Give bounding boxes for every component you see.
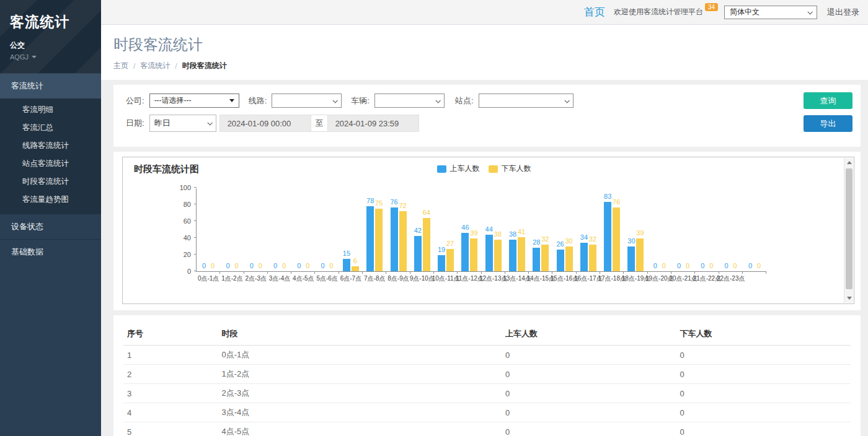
x-axis-tick-mark	[600, 271, 600, 274]
chart-legend: 上车人数下车人数	[123, 164, 845, 174]
scroll-down-arrow-icon[interactable]	[844, 294, 854, 303]
boarding-bar[interactable]	[438, 255, 445, 271]
table-column-header: 序号	[123, 323, 218, 346]
logout-link[interactable]: 退出登录	[827, 7, 859, 18]
chevron-down-icon	[807, 9, 812, 14]
date-preset-value: 昨日	[154, 118, 170, 129]
table-cell: 0	[676, 403, 851, 422]
alighting-bar[interactable]	[375, 209, 383, 271]
boarding-bar[interactable]	[533, 248, 540, 271]
y-axis-tick-mark	[194, 254, 197, 255]
chart-bars: 000点-1点001点-2点002点-3点003点-4点004点-5点005点-…	[197, 188, 766, 271]
x-axis-tick-mark	[219, 271, 220, 274]
bar-wrapper: 76	[613, 207, 620, 271]
bar-pair: 7875	[366, 206, 383, 271]
y-axis-tick-label: 20	[184, 251, 191, 258]
alighting-bar[interactable]	[541, 245, 549, 271]
bar-value-label: 46	[461, 224, 469, 231]
y-axis-tick-label: 100	[180, 184, 191, 191]
boarding-bar[interactable]	[627, 246, 635, 272]
boarding-bar[interactable]	[509, 240, 516, 271]
alighting-bar[interactable]	[352, 266, 359, 271]
scrollbar-thumb[interactable]	[846, 168, 852, 289]
boarding-bar[interactable]	[391, 207, 398, 271]
vehicle-select[interactable]	[374, 94, 445, 108]
sidebar-menu-item[interactable]: 设备状态	[0, 214, 101, 239]
sidebar-menu-item[interactable]: 基础数据	[0, 239, 101, 264]
alighting-bar[interactable]	[589, 245, 596, 271]
table-cell: 0	[502, 384, 676, 403]
user-menu[interactable]: AQGJ	[10, 53, 101, 61]
chevron-down-icon	[333, 98, 338, 103]
breadcrumb-home[interactable]: 主页	[113, 61, 128, 71]
sidebar-submenu-item[interactable]: 客流汇总	[0, 119, 101, 137]
alighting-bar[interactable]	[470, 238, 477, 271]
alighting-bar[interactable]	[399, 211, 407, 271]
boarding-bar[interactable]	[604, 202, 611, 271]
bar-value-label: 0	[725, 262, 728, 269]
date-from-input[interactable]: 2024-01-09 00:00	[219, 115, 311, 132]
boarding-bar[interactable]	[557, 250, 564, 271]
bar-pair: 4438	[485, 235, 502, 271]
date-to-input[interactable]: 2024-01-09 23:59	[327, 115, 419, 132]
alighting-bar[interactable]	[636, 238, 644, 271]
triangle-down-icon	[229, 99, 234, 102]
station-select[interactable]	[479, 94, 574, 108]
bar-value-label: 41	[518, 228, 525, 235]
bar-wrapper: 83	[604, 202, 611, 271]
bar-value-label: 34	[580, 233, 588, 241]
notification-badge[interactable]: 34	[705, 3, 718, 11]
table-column-header: 下车人数	[676, 323, 851, 346]
boarding-bar[interactable]	[461, 233, 469, 271]
alighting-bar[interactable]	[518, 237, 525, 271]
export-button[interactable]: 导出	[804, 115, 852, 132]
x-axis-tick-mark	[623, 271, 624, 274]
sidebar-submenu: 客流明细客流汇总线路客流统计站点客流统计时段客流统计客流量趋势图	[0, 98, 101, 214]
sidebar-submenu-item[interactable]: 客流量趋势图	[0, 191, 101, 209]
chart-vertical-scrollbar[interactable]	[844, 158, 853, 303]
bar-value-label: 0	[202, 262, 206, 269]
alighting-bar[interactable]	[613, 207, 620, 271]
table-cell: 3	[123, 384, 218, 403]
breadcrumb-section[interactable]: 客流统计	[140, 61, 170, 71]
home-link[interactable]: 首页	[584, 5, 605, 19]
query-button[interactable]: 查询	[804, 92, 852, 109]
bar-value-label: 28	[533, 238, 540, 246]
alighting-bar[interactable]	[565, 246, 573, 272]
bar-value-label: 39	[636, 229, 644, 237]
bar-wrapper: 28	[533, 248, 540, 271]
sidebar-menu-item[interactable]: 客流统计	[0, 73, 101, 98]
bar-value-label: 39	[470, 229, 477, 237]
sidebar-submenu-item[interactable]: 客流明细	[0, 101, 101, 119]
bar-value-label: 44	[485, 225, 493, 233]
sidebar-submenu-item[interactable]: 站点客流统计	[0, 155, 101, 173]
boarding-bar[interactable]	[366, 206, 374, 271]
bar-value-label: 78	[366, 197, 374, 204]
sidebar: 客流统计 公交 AQGJ 客流统计客流明细客流汇总线路客流统计站点客流统计时段客…	[0, 0, 101, 436]
table-row: 54点-5点00	[123, 422, 851, 436]
alighting-bar[interactable]	[423, 218, 430, 271]
x-axis-tick-mark	[457, 271, 458, 274]
boarding-bar[interactable]	[485, 235, 493, 271]
boarding-bar[interactable]	[580, 243, 588, 271]
legend-item[interactable]: 下车人数	[489, 164, 531, 174]
legend-item[interactable]: 上车人数	[437, 164, 480, 174]
bar-value-label: 0	[234, 262, 238, 269]
date-preset-select[interactable]: 昨日	[149, 115, 216, 132]
sidebar-submenu-item[interactable]: 线路客流统计	[0, 137, 101, 155]
sidebar-submenu-item[interactable]: 时段客流统计	[0, 173, 101, 191]
alighting-bar[interactable]	[494, 240, 502, 271]
filter-row-1: 公司: ---请选择--- 线路: 车辆: 站点:	[126, 94, 851, 108]
scroll-up-arrow-icon[interactable]	[844, 158, 854, 167]
line-select[interactable]	[272, 94, 342, 108]
boarding-bar[interactable]	[343, 259, 350, 271]
boarding-bar[interactable]	[414, 236, 422, 271]
app-logo-title: 客流统计	[10, 12, 101, 32]
table-cell: 0点-1点	[218, 346, 501, 365]
alighting-bar[interactable]	[446, 249, 454, 271]
company-select[interactable]: ---请选择---	[149, 94, 239, 108]
bar-value-label: 0	[273, 262, 277, 269]
bar-value-label: 15	[343, 250, 350, 257]
language-select[interactable]: 简体中文	[724, 6, 817, 19]
x-axis-tick-mark	[766, 271, 766, 274]
